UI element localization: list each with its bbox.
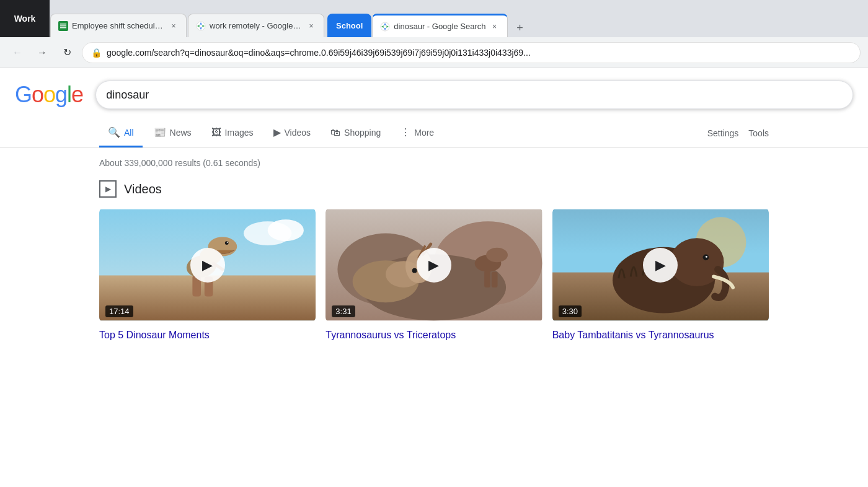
search-query: dinosaur bbox=[106, 89, 149, 102]
svg-point-11 bbox=[268, 219, 304, 241]
url-bar[interactable]: 🔒 google.com/search?q=dinosaur&oq=dino&a… bbox=[82, 42, 861, 63]
tab-work-remotely[interactable]: work remotely - Google Search × bbox=[188, 14, 324, 37]
svg-rect-33 bbox=[492, 272, 498, 287]
news-icon: 📰 bbox=[154, 126, 166, 138]
video-section-icon: ▶ bbox=[99, 180, 117, 198]
work-label: Work bbox=[14, 14, 36, 24]
tab-more-label: More bbox=[414, 128, 434, 138]
settings-tools: Settings Tools bbox=[707, 128, 769, 138]
svg-point-7 bbox=[384, 25, 387, 28]
tools-link[interactable]: Tools bbox=[748, 128, 769, 138]
video-duration-2: 3:31 bbox=[332, 305, 355, 317]
svg-point-31 bbox=[486, 248, 508, 262]
tab-bar: Work Employee shift schedule - Googl × w… bbox=[0, 0, 868, 37]
address-bar: ← → ↻ 🔒 google.com/search?q=dinosaur&oq=… bbox=[0, 37, 868, 68]
logo-o1: o bbox=[32, 82, 43, 107]
reload-button[interactable]: ↻ bbox=[57, 43, 77, 63]
play-btn-3[interactable]: ▶ bbox=[643, 248, 678, 283]
tab-employee-schedule[interactable]: Employee shift schedule - Googl × bbox=[50, 14, 187, 37]
tab-title-remotely: work remotely - Google Search bbox=[210, 21, 303, 30]
tab-all[interactable]: 🔍 All bbox=[99, 119, 143, 147]
svg-rect-1 bbox=[60, 24, 66, 25]
search-box[interactable]: dinosaur bbox=[95, 81, 853, 109]
tab-group-school[interactable]: School bbox=[327, 14, 371, 37]
videos-label: Videos bbox=[124, 182, 162, 196]
play-btn-1[interactable]: ▶ bbox=[190, 248, 225, 283]
forward-button[interactable]: → bbox=[32, 43, 52, 63]
tab-images-label: Images bbox=[225, 128, 254, 138]
logo-g2: g bbox=[55, 82, 67, 107]
tab-group-school-container: School dinosaur - Google Search × bbox=[327, 14, 508, 37]
svg-rect-32 bbox=[485, 271, 491, 287]
tab-close-dinosaur[interactable]: × bbox=[490, 22, 500, 32]
lock-icon: 🔒 bbox=[91, 48, 102, 58]
tab-close-schedule[interactable]: × bbox=[169, 21, 179, 31]
tab-more[interactable]: ⋮ More bbox=[392, 119, 443, 147]
videos-section-header: ▶ Videos bbox=[99, 180, 769, 198]
video-card-2[interactable]: ▶ 3:31 Tyrannosaurus vs Triceratops bbox=[326, 208, 542, 342]
svg-rect-3 bbox=[60, 27, 66, 29]
svg-rect-2 bbox=[60, 25, 66, 27]
tab-shopping-label: Shopping bbox=[344, 128, 381, 138]
search-icon: 🔍 bbox=[108, 126, 120, 138]
svg-point-5 bbox=[200, 24, 203, 27]
tab-shopping[interactable]: 🛍 Shopping bbox=[322, 120, 389, 147]
logo-e: e bbox=[71, 82, 83, 107]
page-content: Google dinosaur 🔍 All 📰 News 🖼 Images ▶ … bbox=[0, 68, 868, 487]
logo-g: G bbox=[15, 82, 32, 107]
google-header: Google dinosaur bbox=[0, 81, 868, 119]
url-text: google.com/search?q=dinosaur&oq=dino&aqs… bbox=[107, 48, 851, 58]
videos-icon: ▶ bbox=[273, 126, 281, 138]
shopping-icon: 🛍 bbox=[330, 127, 340, 138]
video-card-3[interactable]: ▶ 3:30 Baby Tambatitanis vs Tyrannosauru… bbox=[552, 208, 769, 342]
sheets-favicon bbox=[58, 21, 68, 31]
images-icon: 🖼 bbox=[211, 127, 221, 138]
tab-news-label: News bbox=[170, 128, 192, 138]
video-title-2: Tyrannosaurus vs Triceratops bbox=[326, 328, 542, 342]
video-grid: ▶ 17:14 Top 5 Dinosaur Moments bbox=[99, 208, 769, 342]
google-favicon-3 bbox=[380, 22, 390, 32]
tab-close-remotely[interactable]: × bbox=[306, 21, 316, 31]
tab-dinosaur[interactable]: dinosaur - Google Search × bbox=[372, 14, 507, 37]
back-button[interactable]: ← bbox=[7, 43, 27, 63]
google-favicon-2 bbox=[196, 21, 206, 31]
video-card-1[interactable]: ▶ 17:14 Top 5 Dinosaur Moments bbox=[99, 208, 316, 342]
video-thumb-3: ▶ 3:30 bbox=[552, 208, 769, 322]
tab-images[interactable]: 🖼 Images bbox=[203, 120, 262, 147]
play-btn-2[interactable]: ▶ bbox=[417, 248, 451, 283]
video-title-3: Baby Tambatitanis vs Tyrannosaurus bbox=[552, 328, 769, 342]
school-label: School bbox=[336, 21, 363, 30]
results-area: About 339,000,000 results (0.61 seconds)… bbox=[0, 148, 868, 352]
search-box-wrapper: dinosaur bbox=[95, 81, 853, 109]
video-duration-3: 3:30 bbox=[559, 305, 582, 317]
video-thumb-1: ▶ 17:14 bbox=[99, 208, 316, 322]
svg-point-15 bbox=[225, 241, 229, 245]
tab-title-dinosaur: dinosaur - Google Search bbox=[394, 22, 485, 31]
video-thumb-2: ▶ 3:31 bbox=[326, 208, 542, 322]
video-title-1: Top 5 Dinosaur Moments bbox=[99, 328, 316, 342]
new-tab-button[interactable]: + bbox=[511, 19, 529, 37]
tab-group-work[interactable]: Work bbox=[0, 0, 50, 37]
more-icon: ⋮ bbox=[401, 126, 410, 138]
svg-point-40 bbox=[706, 256, 707, 258]
settings-link[interactable]: Settings bbox=[707, 128, 739, 138]
tab-videos-label: Videos bbox=[285, 128, 311, 138]
tab-news[interactable]: 📰 News bbox=[145, 119, 200, 147]
logo-o2: o bbox=[43, 82, 55, 107]
search-tabs: 🔍 All 📰 News 🖼 Images ▶ Videos 🛍 Shoppin… bbox=[0, 119, 868, 148]
google-logo: Google bbox=[15, 82, 83, 108]
results-count: About 339,000,000 results (0.61 seconds) bbox=[99, 158, 769, 168]
svg-point-16 bbox=[227, 242, 228, 243]
video-duration-1: 17:14 bbox=[105, 305, 133, 317]
tab-all-label: All bbox=[124, 128, 134, 138]
svg-point-29 bbox=[412, 268, 417, 273]
tab-videos[interactable]: ▶ Videos bbox=[265, 119, 320, 147]
tab-title-schedule: Employee shift schedule - Googl bbox=[72, 21, 165, 30]
